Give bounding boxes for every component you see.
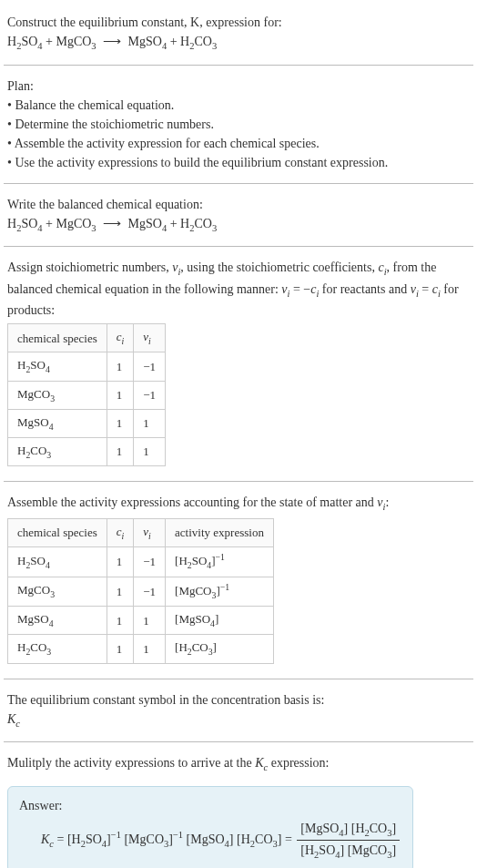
activity-block: Assemble the activity expressions accoun…	[4, 487, 473, 672]
col-species: chemical species	[8, 324, 107, 352]
cell-species: H2SO4	[8, 352, 107, 381]
reaction-balanced: H2SO4 + MgCO3 ⟶ MgSO4 + H2CO3	[7, 214, 470, 236]
balanced-line: Write the balanced chemical equation:	[7, 195, 470, 214]
cell-species: MgSO4	[8, 607, 107, 635]
activity-intro: Assemble the activity expressions accoun…	[7, 493, 470, 515]
col-expr: activity expression	[166, 518, 274, 546]
plan-item: • Use the activity expressions to build …	[7, 153, 470, 172]
cell-ci: 1	[107, 607, 134, 635]
cell-species: MgCO3	[8, 381, 107, 409]
plan-item: • Assemble the activity expression for e…	[7, 134, 470, 153]
plan-title: Plan:	[7, 77, 470, 96]
plan-item: • Determine the stoichiometric numbers.	[7, 115, 470, 134]
basis-block: The equilibrium constant symbol in the c…	[4, 685, 473, 737]
table-row: H2SO4 1 −1	[8, 352, 166, 381]
table-row: H2CO3 1 1	[8, 438, 166, 466]
table-row: MgSO4 1 1	[8, 409, 166, 437]
construct-text: Construct the equilibrium constant, K, e…	[7, 15, 282, 29]
divider	[4, 679, 473, 679]
prompt-block: Construct the equilibrium constant, K, e…	[4, 7, 473, 59]
cell-vi: −1	[134, 547, 166, 577]
cell-species: H2SO4	[8, 547, 107, 577]
table-row: MgSO4 1 1 [MgSO4]	[8, 607, 274, 635]
cell-vi: −1	[134, 577, 166, 607]
divider	[4, 183, 473, 184]
cell-vi: 1	[134, 607, 166, 635]
col-vi: νi	[134, 518, 166, 546]
multiply-line: Mulitply the activity expressions to arr…	[7, 753, 470, 775]
basis-symbol: Kc	[7, 710, 470, 731]
cell-expr: [H2CO3]	[166, 635, 274, 663]
table-row: MgCO3 1 −1	[8, 381, 166, 409]
table-header-row: chemical species ci νi	[8, 324, 166, 352]
stoich-block: Assign stoichiometric numbers, νi, using…	[4, 252, 473, 475]
answer-block: Answer: Kc = [H2SO4]−1 [MgCO3]−1 [MgSO4]…	[4, 781, 473, 868]
cell-ci: 1	[107, 547, 134, 577]
cell-ci: 1	[107, 635, 134, 663]
cell-expr: [MgSO4]	[166, 607, 274, 635]
stoich-table: chemical species ci νi H2SO4 1 −1 MgCO3 …	[7, 323, 166, 466]
cell-ci: 1	[107, 352, 134, 381]
reaction-unbalanced: H2SO4 + MgCO3 ⟶ MgSO4 + H2CO3	[7, 32, 470, 54]
answer-label: Answer:	[19, 796, 401, 815]
fraction-numerator: [MgSO4] [H2CO3]	[297, 819, 400, 842]
plan-item: • Balance the chemical equation.	[7, 96, 470, 115]
activity-table: chemical species ci νi activity expressi…	[7, 518, 274, 664]
divider	[4, 65, 473, 66]
fraction-denominator: [H2SO4] [MgCO3]	[297, 841, 400, 863]
answer-expression: Kc = [H2SO4]−1 [MgCO3]−1 [MgSO4] [H2CO3]…	[19, 819, 401, 863]
balanced-block: Write the balanced chemical equation: H2…	[4, 189, 473, 241]
construct-line: Construct the equilibrium constant, K, e…	[7, 13, 470, 32]
col-species: chemical species	[8, 518, 107, 546]
divider	[4, 741, 473, 742]
cell-species: H2CO3	[8, 438, 107, 466]
answer-box: Answer: Kc = [H2SO4]−1 [MgCO3]−1 [MgSO4]…	[7, 786, 413, 868]
basis-line: The equilibrium constant symbol in the c…	[7, 690, 470, 710]
table-header-row: chemical species ci νi activity expressi…	[8, 518, 274, 546]
cell-species: MgCO3	[8, 577, 107, 607]
col-vi: νi	[134, 324, 166, 352]
cell-vi: −1	[134, 352, 166, 381]
cell-species: H2CO3	[8, 635, 107, 663]
cell-ci: 1	[107, 409, 134, 437]
cell-ci: 1	[107, 438, 134, 466]
cell-vi: −1	[134, 381, 166, 409]
table-row: H2SO4 1 −1 [H2SO4]−1	[8, 547, 274, 577]
answer-lhs: Kc = [H2SO4]−1 [MgCO3]−1 [MgSO4] [H2CO3]…	[41, 832, 295, 846]
cell-expr: [H2SO4]−1	[166, 547, 274, 577]
col-ci: ci	[107, 518, 134, 546]
divider	[4, 481, 473, 482]
stoich-intro: Assign stoichiometric numbers, νi, using…	[7, 258, 470, 320]
cell-ci: 1	[107, 381, 134, 409]
table-row: MgCO3 1 −1 [MgCO3]−1	[8, 577, 274, 607]
plan-block: Plan: • Balance the chemical equation. •…	[4, 71, 473, 178]
cell-species: MgSO4	[8, 409, 107, 437]
cell-ci: 1	[107, 577, 134, 607]
table-row: H2CO3 1 1 [H2CO3]	[8, 635, 274, 663]
cell-vi: 1	[134, 635, 166, 663]
multiply-block: Mulitply the activity expressions to arr…	[4, 748, 473, 781]
cell-expr: [MgCO3]−1	[166, 577, 274, 607]
col-ci: ci	[107, 324, 134, 352]
cell-vi: 1	[134, 409, 166, 437]
cell-vi: 1	[134, 438, 166, 466]
answer-fraction: [MgSO4] [H2CO3][H2SO4] [MgCO3]	[297, 819, 400, 863]
divider	[4, 246, 473, 247]
